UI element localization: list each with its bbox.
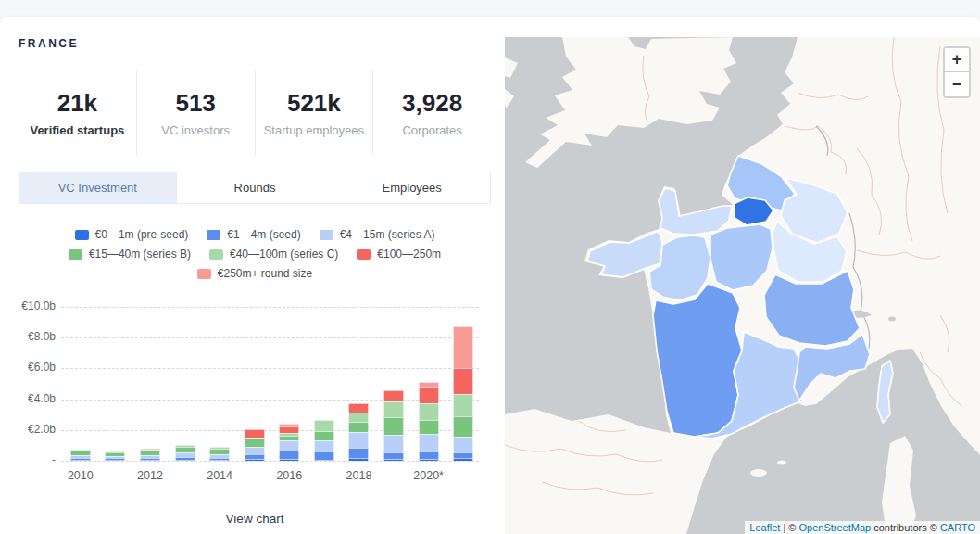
legend-swatch <box>320 230 333 240</box>
y-axis-tick: €4.0b <box>0 392 56 405</box>
bar-segment <box>383 435 404 452</box>
legend-label: €1—4m (seed) <box>227 228 300 241</box>
bar-segment <box>245 447 265 454</box>
stat-label: VC investors <box>161 123 230 137</box>
bar-segment <box>419 403 439 420</box>
bar-segment <box>348 413 369 422</box>
bar-2018[interactable] <box>348 403 369 461</box>
zoom-in-button[interactable]: + <box>945 48 969 72</box>
legend-swatch <box>69 249 82 260</box>
tab-rounds[interactable]: Rounds <box>176 172 333 203</box>
bar-segment <box>279 426 299 433</box>
bar-2012[interactable] <box>140 449 160 461</box>
bar-segment <box>348 432 369 448</box>
bar-segment <box>453 326 473 368</box>
y-axis-tick: €8.0b <box>0 330 56 343</box>
bar-segment <box>419 387 439 403</box>
bar-2016[interactable] <box>279 424 299 461</box>
y-axis-tick: €6.0b <box>0 361 56 374</box>
chart-plot <box>63 307 481 461</box>
bar-2013[interactable] <box>175 445 195 461</box>
legend-item[interactable]: €100—250m <box>357 248 441 261</box>
bar-2020[interactable] <box>419 382 439 461</box>
legend-label: €4—15m (series A) <box>340 228 435 241</box>
x-axis-tick: 2020* <box>403 469 455 482</box>
stat-label: Verified startups <box>30 123 124 137</box>
stat-block: 513VC investors <box>137 70 256 156</box>
legend-item[interactable]: €40—100m (series C) <box>209 248 338 261</box>
attribution-link[interactable]: Leaflet <box>749 522 780 533</box>
legend-item[interactable]: €15—40m (series B) <box>69 248 191 261</box>
legend-label: €40—100m (series C) <box>230 248 338 261</box>
bar-2019[interactable] <box>383 390 404 461</box>
bar-2010[interactable] <box>70 450 91 461</box>
bar-segment <box>383 459 404 461</box>
legend-label: €0—1m (pre-seed) <box>95 228 189 241</box>
bar-segment <box>314 440 334 451</box>
bar-segment <box>383 452 404 459</box>
legend-swatch <box>207 230 220 240</box>
content-card: FRANCE 21kVerified startups513VC investo… <box>0 17 980 534</box>
dashboard-page: FRANCE 21kVerified startups513VC investo… <box>0 0 980 534</box>
bar-segment <box>419 434 439 451</box>
legend-item[interactable]: €250m+ round size <box>197 267 312 280</box>
bar-segment <box>383 390 404 401</box>
x-axis-tick: 2014 <box>194 469 245 482</box>
legend-swatch <box>197 269 211 279</box>
legend-row: €15—40m (series B)€40—100m (series C)€10… <box>69 248 441 261</box>
bar-segment <box>453 416 473 437</box>
attribution-link[interactable]: OpenStreetMap <box>798 522 871 533</box>
legend-item[interactable]: €0—1m (pre-seed) <box>75 228 189 241</box>
stat-value: 513 <box>175 89 215 118</box>
x-axis-tick: 2016 <box>263 469 315 482</box>
stat-value: 3,928 <box>402 89 462 118</box>
stat-value: 521k <box>287 89 341 118</box>
bar-segment <box>279 451 299 459</box>
attribution-link[interactable]: CARTO <box>940 522 975 533</box>
bar-2011[interactable] <box>105 451 125 461</box>
bar-segment <box>314 431 334 440</box>
bar-segment <box>348 448 369 458</box>
tab-bar: VC InvestmentRoundsEmployees <box>19 172 491 204</box>
leaflet-map[interactable]: + − Leaflet | © OpenStreetMap contributo… <box>505 37 980 534</box>
tab-vc-investment[interactable]: VC Investment <box>19 172 176 203</box>
map-attribution: Leaflet | © OpenStreetMap contributors ©… <box>745 521 980 534</box>
legend-row: €0—1m (pre-seed)€1—4m (seed)€4—15m (seri… <box>75 228 435 241</box>
page-title: FRANCE <box>19 37 79 50</box>
legend-item[interactable]: €4—15m (series A) <box>320 228 435 241</box>
bar-segment <box>383 417 404 435</box>
bar-segment <box>245 459 265 461</box>
gridline <box>61 461 479 462</box>
bar-2015[interactable] <box>245 429 265 461</box>
stat-block: 21kVerified startups <box>19 70 137 156</box>
legend-swatch <box>75 230 89 240</box>
y-axis-tick: €2.0b <box>0 423 56 436</box>
bar-2017[interactable] <box>314 420 334 461</box>
legend-label: €100—250m <box>377 248 441 261</box>
land-balearic-island <box>750 469 767 477</box>
stat-block: 521kStartup employees <box>256 70 374 156</box>
zoom-out-button[interactable]: − <box>945 72 969 96</box>
x-axis-tick: 2018 <box>333 469 384 482</box>
bar-segment <box>453 437 473 452</box>
legend-item[interactable]: €1—4m (seed) <box>207 228 300 241</box>
x-axis-tick: 2012 <box>124 469 176 482</box>
stats-row: 21kVerified startups513VC investors521kS… <box>19 70 491 156</box>
bar-segment <box>348 403 369 413</box>
bar-segment <box>279 440 299 451</box>
bar-segment <box>105 460 125 461</box>
bar-segment <box>209 460 230 461</box>
bar-2014[interactable] <box>209 447 230 461</box>
bar-segment <box>419 420 439 434</box>
tab-employees[interactable]: Employees <box>333 172 490 203</box>
chart-legend: €0—1m (pre-seed)€1—4m (seed)€4—15m (seri… <box>19 228 491 280</box>
bar-segment <box>245 439 265 447</box>
bar-segment <box>314 451 334 460</box>
legend-row: €250m+ round size <box>197 267 312 280</box>
map-svg <box>505 37 980 534</box>
view-chart-link[interactable]: View chart <box>19 512 491 526</box>
bar-segment <box>314 460 334 461</box>
bar-2021[interactable] <box>453 326 473 461</box>
bar-segment <box>245 429 265 438</box>
legend-swatch <box>357 249 371 260</box>
